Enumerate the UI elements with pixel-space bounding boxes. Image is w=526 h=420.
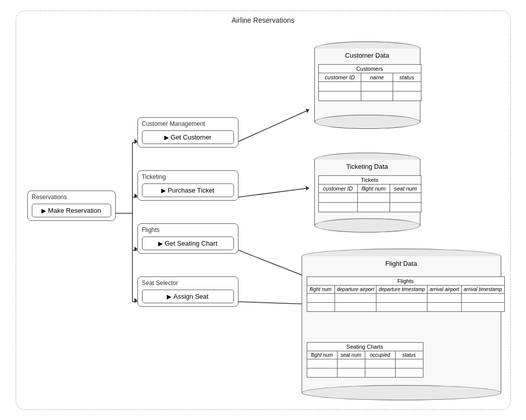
arrow-icon-4: ▶ [158, 240, 163, 247]
customers-table-title: Customers [318, 64, 421, 73]
flights-table-title: Flights [307, 276, 504, 285]
flights-table: Flights flight num departure airport dep… [307, 276, 505, 312]
svg-marker-7 [134, 194, 137, 199]
get-seating-chart-inner: ▶Get Seating Chart [142, 237, 234, 250]
ticketing-title: Ticketing [138, 171, 238, 181]
ticketing-db-label: Ticketing Data [309, 163, 425, 170]
svg-marker-8 [134, 247, 137, 252]
customer-db-label: Customer Data [309, 52, 425, 59]
arrow-icon: ▶ [41, 207, 46, 214]
customers-table: Customers customer ID name status [318, 64, 421, 101]
seat-selector-box: Seat Selector ▶Assign Seat [137, 276, 238, 307]
seat-selector-title: Seat Selector [138, 277, 238, 288]
get-customer-inner: ▶Get Customer [142, 130, 234, 144]
svg-line-12 [238, 188, 309, 197]
svg-marker-9 [134, 298, 137, 303]
col-status: status [393, 73, 421, 81]
col-name: name [361, 73, 393, 81]
arrow-icon-3: ▶ [161, 187, 166, 194]
svg-marker-6 [134, 139, 137, 144]
assign-seat-inner: ▶Assign Seat [142, 290, 234, 303]
svg-line-10 [238, 110, 309, 142]
seating-charts-table: Seating Charts flight num seat num occup… [307, 342, 423, 378]
svg-marker-11 [306, 109, 309, 113]
flight-db-label: Flight Data [297, 260, 506, 267]
flights-box: Flights ▶Get Seating Chart [137, 223, 238, 254]
col-customer-id: customer ID [318, 73, 361, 81]
customer-db: Customer Data Customers customer ID name… [309, 41, 425, 143]
ticketing-box: Ticketing ▶Purchase Ticket [137, 170, 238, 201]
diagram-container: Airline Reservations [16, 11, 511, 410]
tickets-table: Tickets customer ID flight num seat num [318, 175, 421, 212]
flights-title: Flights [138, 224, 238, 235]
ticketing-db: Ticketing Data Tickets customer ID fligh… [309, 153, 425, 246]
arrow-icon-2: ▶ [164, 134, 169, 141]
seating-charts-title: Seating Charts [307, 342, 423, 351]
flight-db: Flight Data Flights flight num departure… [297, 249, 506, 410]
customer-management-box: Customer Management ▶Get Customer [137, 117, 238, 148]
svg-marker-13 [306, 186, 309, 191]
diagram-title: Airline Reservations [16, 11, 510, 24]
arrow-icon-5: ▶ [167, 293, 171, 300]
make-reservation-inner: ▶Make Reservation [32, 204, 111, 217]
purchase-ticket-inner: ▶Purchase Ticket [142, 183, 234, 197]
reservations-box: Reservations ▶Make Reservation [27, 191, 116, 221]
reservations-title: Reservations [28, 191, 115, 202]
customer-management-title: Customer Management [138, 118, 238, 128]
tickets-table-title: Tickets [318, 175, 421, 184]
